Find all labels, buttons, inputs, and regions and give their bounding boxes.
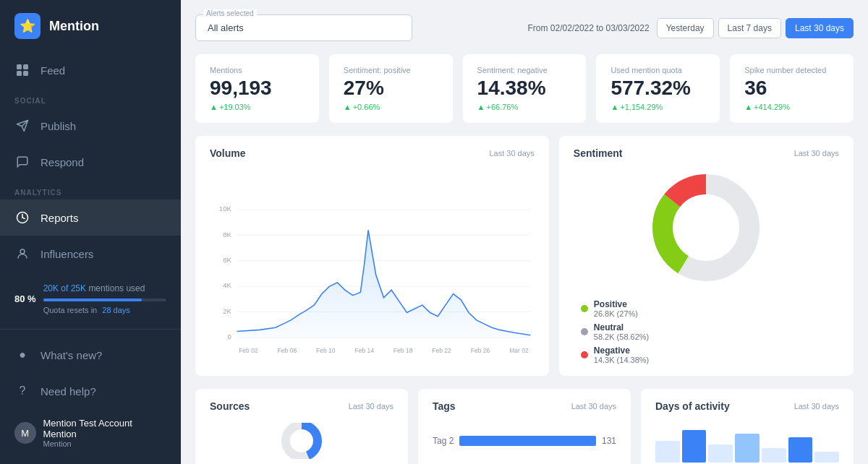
main-content: Alerts selected All alerts From 02/02/20… bbox=[181, 0, 868, 464]
stat-value-0: 99,193 bbox=[210, 77, 305, 100]
svg-text:Feb 02: Feb 02 bbox=[239, 346, 258, 353]
svg-text:Feb 06: Feb 06 bbox=[278, 346, 297, 353]
btn-7days[interactable]: Last 7 days bbox=[718, 18, 781, 38]
sidebar-logo[interactable]: ⭐ Mention bbox=[0, 0, 181, 52]
alerts-value: All alerts bbox=[208, 22, 244, 33]
date-range: From 02/02/2022 to 03/03/2022 Yesterday … bbox=[528, 18, 854, 38]
need-help-icon: ? bbox=[14, 383, 30, 399]
influencers-icon bbox=[14, 246, 30, 262]
activity-placeholder bbox=[655, 419, 839, 463]
stat-label-2: Sentiment: negative bbox=[477, 66, 572, 74]
sources-card: Sources Last 30 days bbox=[195, 389, 408, 464]
stat-sentiment-pos: Sentiment: positive 27% ▲ +0.66% bbox=[329, 54, 453, 123]
sidebar-item-publish[interactable]: Publish bbox=[0, 108, 181, 144]
stat-label-1: Sentiment: positive bbox=[344, 66, 438, 74]
svg-rect-2 bbox=[17, 71, 22, 76]
stat-label-0: Mentions bbox=[210, 66, 305, 74]
sidebar-item-label-influencers: Influencers bbox=[41, 248, 93, 260]
stat-change-4: ▲ +414.29% bbox=[744, 103, 839, 111]
svg-text:2K: 2K bbox=[223, 306, 231, 314]
publish-icon bbox=[14, 118, 30, 134]
sources-period: Last 30 days bbox=[349, 402, 393, 411]
section-analytics: ANALYTICS bbox=[0, 180, 181, 199]
sentiment-title: Sentiment bbox=[574, 147, 623, 159]
activity-title: Days of activity bbox=[655, 400, 730, 412]
neutral-dot bbox=[581, 328, 588, 335]
activity-header: Days of activity Last 30 days bbox=[655, 400, 839, 412]
alerts-label: Alerts selected bbox=[203, 9, 257, 17]
reports-icon bbox=[14, 210, 30, 225]
charts-row: Volume Last 30 days 0 2K 4K 6K 8K 10K bbox=[195, 136, 854, 376]
quota-bar-fill bbox=[43, 298, 142, 301]
user-sub: Mention bbox=[43, 439, 166, 448]
svg-text:Feb 22: Feb 22 bbox=[432, 346, 451, 353]
legend-positive: Positive 26.8K (27%) bbox=[581, 299, 832, 318]
donut-chart bbox=[644, 166, 767, 289]
quota-mentions-link[interactable]: 20K of 25K bbox=[43, 283, 89, 293]
sidebar-item-whats-new[interactable]: ● What's new? bbox=[0, 337, 181, 373]
tags-placeholder: Tag 2 131 bbox=[433, 419, 616, 463]
quota-days-link[interactable]: 28 days bbox=[102, 306, 130, 314]
sentiment-period: Last 30 days bbox=[794, 149, 839, 158]
bottom-row: Sources Last 30 days Tags Last 30 days T… bbox=[195, 389, 854, 464]
sidebar-item-respond[interactable]: Respond bbox=[0, 144, 181, 180]
sidebar-item-feed[interactable]: Feed bbox=[0, 52, 181, 88]
stat-value-4: 36 bbox=[744, 77, 839, 100]
sidebar-item-influencers[interactable]: Influencers bbox=[0, 236, 181, 272]
sidebar: ⭐ Mention Feed SOCIAL bbox=[0, 0, 181, 464]
svg-text:Mar 02: Mar 02 bbox=[509, 346, 529, 353]
sentiment-content: Positive 26.8K (27%) Neutral 58.2K (58.6… bbox=[574, 166, 839, 364]
respond-icon bbox=[14, 154, 30, 170]
sentiment-chart-card: Sentiment Last 30 days bbox=[559, 136, 854, 376]
tags-title: Tags bbox=[433, 400, 456, 412]
app-name: Mention bbox=[49, 19, 99, 34]
btn-30days[interactable]: Last 30 days bbox=[786, 18, 854, 38]
sidebar-nav: Feed SOCIAL Publish Respond ANALYTICS bbox=[0, 52, 181, 329]
need-help-label: Need help? bbox=[41, 385, 96, 398]
sidebar-item-label-feed: Feed bbox=[41, 64, 65, 77]
stat-label-3: Used mention quota bbox=[610, 66, 705, 74]
svg-text:Feb 14: Feb 14 bbox=[354, 346, 374, 353]
whats-new-label: What's new? bbox=[41, 349, 102, 361]
activity-card: Days of activity Last 30 days bbox=[641, 389, 854, 464]
sentiment-legend: Positive 26.8K (27%) Neutral 58.2K (58.6… bbox=[574, 299, 839, 364]
svg-text:0: 0 bbox=[228, 332, 231, 340]
user-section[interactable]: M Mention Test Account Mention Mention bbox=[0, 409, 181, 457]
legend-neutral: Neutral 58.2K (58.62%) bbox=[581, 322, 832, 341]
quota-bar bbox=[43, 298, 166, 301]
sidebar-item-need-help[interactable]: ? Need help? bbox=[0, 373, 181, 409]
negative-dot bbox=[581, 351, 588, 358]
volume-period: Last 30 days bbox=[489, 149, 534, 158]
whats-new-icon: ● bbox=[14, 347, 30, 363]
user-name: Mention Test Account Mention bbox=[43, 418, 166, 439]
svg-rect-1 bbox=[23, 64, 28, 69]
svg-text:Feb 18: Feb 18 bbox=[393, 346, 413, 353]
sidebar-bottom: ● What's new? ? Need help? M Mention Tes… bbox=[0, 329, 181, 464]
stat-change-0: ▲ +19.03% bbox=[210, 103, 305, 111]
btn-yesterday[interactable]: Yesterday bbox=[657, 18, 714, 38]
sidebar-item-reports[interactable]: Reports bbox=[0, 199, 181, 236]
svg-point-29 bbox=[673, 195, 739, 260]
sidebar-item-label-reports: Reports bbox=[41, 212, 79, 224]
stat-sentiment-neg: Sentiment: negative 14.38% ▲ +66.76% bbox=[463, 54, 587, 123]
svg-text:10K: 10K bbox=[219, 205, 232, 212]
stat-change-2: ▲ +66.76% bbox=[477, 103, 572, 111]
stat-value-1: 27% bbox=[344, 77, 438, 100]
tags-period: Last 30 days bbox=[571, 402, 616, 411]
sources-title: Sources bbox=[210, 400, 250, 412]
date-range-text: From 02/02/2022 to 03/03/2022 bbox=[528, 23, 650, 33]
stat-quota: Used mention quota 577.32% ▲ +1,154.29% bbox=[596, 54, 720, 123]
logo-icon: ⭐ bbox=[14, 13, 41, 39]
stat-mentions: Mentions 99,193 ▲ +19.03% bbox=[195, 54, 319, 123]
sources-placeholder bbox=[210, 419, 393, 463]
sources-header: Sources Last 30 days bbox=[210, 400, 393, 412]
stat-change-1: ▲ +0.66% bbox=[344, 103, 438, 111]
activity-period: Last 30 days bbox=[794, 402, 839, 411]
sidebar-item-label-respond: Respond bbox=[41, 156, 84, 168]
svg-text:4K: 4K bbox=[223, 281, 231, 289]
user-info: Mention Test Account Mention Mention bbox=[43, 418, 166, 448]
svg-rect-0 bbox=[17, 64, 22, 69]
alerts-dropdown[interactable]: Alerts selected All alerts bbox=[195, 14, 412, 41]
stat-change-3: ▲ +1,154.29% bbox=[610, 103, 705, 111]
quota-pct: 80 % bbox=[14, 292, 36, 307]
